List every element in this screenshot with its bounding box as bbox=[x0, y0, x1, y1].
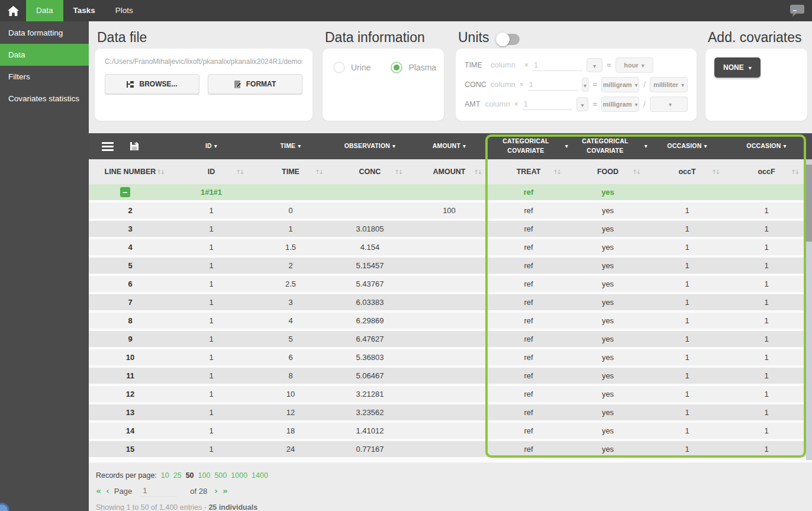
radio-circle-icon bbox=[391, 62, 402, 73]
records-option-25[interactable]: 25 bbox=[173, 471, 182, 480]
unit1-dropdown[interactable]: milligram bbox=[601, 77, 639, 92]
table-cell: 1 bbox=[172, 313, 251, 329]
column-header-time[interactable]: TIME bbox=[251, 159, 330, 184]
page-input[interactable] bbox=[140, 485, 177, 497]
unit-factor-input[interactable] bbox=[528, 79, 578, 91]
column-header-occf[interactable]: occF bbox=[727, 159, 806, 184]
sort-icon[interactable] bbox=[632, 169, 640, 175]
feedback-button[interactable] bbox=[790, 0, 805, 21]
units-rows: TIMEcolumn×=hourCONCcolumn×=milligram/mi… bbox=[456, 49, 697, 111]
unit2-dropdown[interactable]: milliliter bbox=[650, 77, 688, 92]
column-header-treat[interactable]: TREAT bbox=[489, 159, 568, 184]
column-header-conc[interactable]: CONC bbox=[330, 159, 410, 184]
group-header-label: ID bbox=[205, 142, 212, 151]
units-toggle[interactable] bbox=[496, 34, 520, 45]
table-cell bbox=[251, 184, 330, 200]
sidebar-item-data[interactable]: Data bbox=[0, 44, 89, 66]
format-button[interactable]: FORMAT bbox=[208, 74, 302, 94]
table-cell bbox=[410, 441, 489, 457]
group-header-occasion[interactable]: OCCASION bbox=[647, 133, 727, 159]
unit-column-select[interactable] bbox=[582, 78, 589, 92]
last-page-button[interactable] bbox=[223, 486, 228, 496]
group-header-categorical-covariate[interactable]: CATEGORICAL COVARIATE bbox=[568, 133, 647, 159]
showing-summary: Showing 1 to 50 of 1,400 entries - 25 in… bbox=[96, 503, 268, 511]
table-cell: ref bbox=[489, 276, 568, 292]
sort-icon[interactable] bbox=[553, 169, 560, 175]
column-header-line-number[interactable]: LINE NUMBER bbox=[89, 159, 172, 184]
home-button[interactable] bbox=[0, 0, 26, 21]
table-cell: 1 bbox=[172, 441, 251, 457]
table-group-row: 1#1#1refyes bbox=[89, 184, 806, 200]
table-cell: 1 bbox=[647, 368, 727, 384]
scrollbar-thumb[interactable] bbox=[806, 165, 812, 242]
table-cell: yes bbox=[568, 258, 647, 274]
sort-icon[interactable] bbox=[394, 169, 402, 175]
browse-button[interactable]: BROWSE... bbox=[105, 74, 199, 94]
records-option-500[interactable]: 500 bbox=[214, 471, 227, 480]
table-cell: 1 bbox=[172, 258, 251, 274]
group-header-label: OBSERVATION bbox=[344, 142, 390, 151]
sidebar-item-covariates-statistics[interactable]: Covariates statistics bbox=[0, 88, 89, 110]
column-header-amount[interactable]: AMOUNT bbox=[410, 159, 489, 184]
radio-urine[interactable]: Urine bbox=[333, 62, 370, 73]
sort-icon[interactable] bbox=[236, 169, 243, 175]
column-header-id[interactable]: ID bbox=[172, 159, 251, 184]
chevron-down-icon bbox=[593, 60, 596, 70]
individuals-count: 25 individuals bbox=[208, 503, 257, 511]
unit1-dropdown[interactable]: milligram bbox=[601, 97, 639, 112]
collapse-row-button[interactable] bbox=[120, 187, 130, 197]
sort-icon[interactable] bbox=[711, 169, 719, 175]
records-option-100[interactable]: 100 bbox=[198, 471, 211, 480]
table-cell bbox=[410, 331, 489, 347]
table-cell: 4 bbox=[251, 313, 330, 329]
group-header-categorical-covariate[interactable]: CATEGORICAL COVARIATE bbox=[489, 133, 568, 159]
unit-column-select[interactable] bbox=[576, 97, 589, 111]
unit-factor-input[interactable] bbox=[533, 59, 582, 71]
table-cell: 5 bbox=[251, 331, 330, 347]
nav-tab-tasks[interactable]: Tasks bbox=[63, 0, 105, 21]
next-page-button[interactable] bbox=[214, 486, 218, 496]
vertical-scrollbar[interactable] bbox=[806, 159, 812, 460]
table-cell: 1 bbox=[172, 221, 251, 237]
group-header-occasion[interactable]: OCCASION bbox=[727, 133, 806, 159]
table-cell: 1 bbox=[727, 294, 806, 310]
nav-tab-data[interactable]: Data bbox=[26, 0, 63, 21]
group-header-time[interactable]: TIME bbox=[251, 133, 330, 159]
table-cell: 1 bbox=[647, 441, 727, 457]
table-row: 5125.15457refyes11 bbox=[89, 258, 806, 274]
column-header-food[interactable]: FOOD bbox=[568, 159, 647, 184]
table-cell: 3.01805 bbox=[330, 221, 410, 237]
column-header-occt[interactable]: occT bbox=[647, 159, 727, 184]
table-group-header: IDTIMEOBSERVATIONAMOUNTCATEGORICAL COVAR… bbox=[89, 133, 812, 159]
table-cell: 1 bbox=[727, 331, 806, 347]
radio-plasma[interactable]: Plasma bbox=[391, 62, 436, 73]
home-icon bbox=[8, 6, 19, 16]
group-header-id[interactable]: ID bbox=[172, 133, 251, 159]
first-page-button[interactable] bbox=[96, 486, 101, 496]
records-option-1400[interactable]: 1400 bbox=[252, 471, 268, 480]
table-row: 9156.47627refyes11 bbox=[89, 331, 806, 347]
unit1-dropdown[interactable]: hour bbox=[616, 57, 653, 73]
records-option-50[interactable]: 50 bbox=[186, 471, 194, 480]
covariates-dropdown-button[interactable]: NONE bbox=[714, 57, 761, 78]
table-cell: 1.41012 bbox=[330, 423, 410, 439]
nav-tab-plots[interactable]: Plots bbox=[105, 0, 143, 21]
unit-factor-input[interactable] bbox=[523, 98, 572, 110]
unit2-dropdown[interactable] bbox=[650, 97, 688, 112]
data-information-title: Data information bbox=[323, 30, 444, 49]
sort-icon[interactable] bbox=[315, 169, 323, 175]
sidebar-item-filters[interactable]: Filters bbox=[0, 66, 89, 88]
records-option-1000[interactable]: 1000 bbox=[231, 471, 247, 480]
sort-icon[interactable] bbox=[791, 169, 798, 175]
records-option-10[interactable]: 10 bbox=[161, 471, 169, 480]
menu-icon[interactable] bbox=[102, 142, 114, 151]
save-icon[interactable] bbox=[130, 142, 138, 150]
group-header-amount[interactable]: AMOUNT bbox=[410, 133, 489, 159]
table-cell: yes bbox=[568, 239, 647, 255]
unit-column-select[interactable] bbox=[587, 58, 602, 72]
sort-icon[interactable] bbox=[473, 169, 481, 175]
group-header-observation[interactable]: OBSERVATION bbox=[330, 133, 410, 159]
sort-icon[interactable] bbox=[156, 169, 164, 175]
prev-page-button[interactable] bbox=[106, 486, 109, 496]
sidebar-item-data-formatting[interactable]: Data formatting bbox=[0, 22, 89, 44]
